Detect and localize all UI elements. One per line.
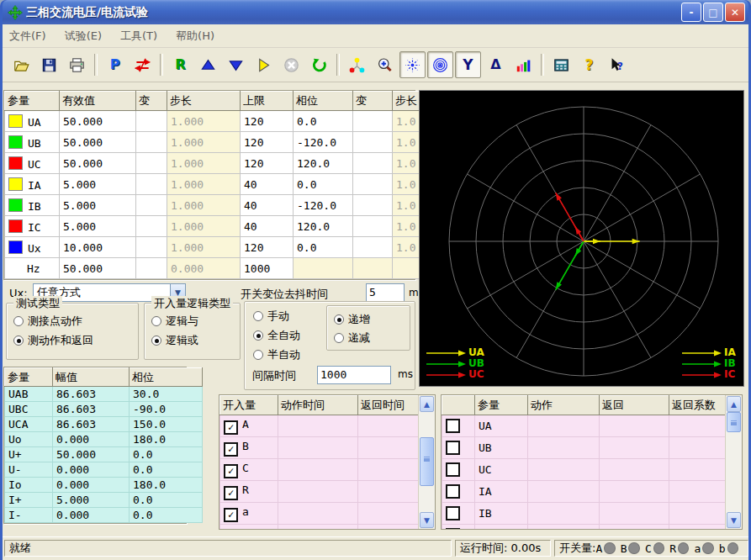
open-button[interactable] xyxy=(8,51,34,78)
switch-table-scrollbar[interactable]: ▲ ▼ xyxy=(418,395,435,529)
zoom-button[interactable] xyxy=(372,51,398,78)
interval-input[interactable]: 1000 xyxy=(317,366,391,384)
var-cell[interactable] xyxy=(353,195,393,216)
step-cell[interactable]: 1.000 xyxy=(167,195,241,216)
rms-cell[interactable]: 5.000 xyxy=(60,174,136,195)
check-label-cell[interactable]: ✓B xyxy=(220,437,278,459)
radio-run-mode-2[interactable]: 半自动 xyxy=(253,347,300,362)
start-button[interactable] xyxy=(251,51,277,78)
scroll-down-icon[interactable]: ▼ xyxy=(727,512,741,528)
var-cell[interactable] xyxy=(136,111,167,132)
radio-logic-type-0[interactable]: 逻辑与 xyxy=(151,314,198,329)
rms-cell[interactable]: 50.000 xyxy=(60,258,136,279)
phase-cell[interactable]: -120.0 xyxy=(294,132,353,153)
rms-cell[interactable]: 50.000 xyxy=(60,111,136,132)
rms-cell[interactable]: 50.000 xyxy=(60,132,136,153)
result-table-scrollbar[interactable]: ▲ ▼ xyxy=(725,395,742,529)
rms-cell[interactable]: 5.000 xyxy=(60,216,136,237)
title-bar[interactable]: 三相交流电压/电流试验 - □ ✕ xyxy=(3,0,748,24)
step-cell[interactable]: 1.000 xyxy=(167,111,241,132)
polar-grid-button[interactable] xyxy=(427,51,453,78)
var-cell[interactable] xyxy=(136,174,167,195)
raise-button[interactable] xyxy=(195,51,221,78)
check-label-cell[interactable]: ✓R xyxy=(220,481,278,503)
context-help-button[interactable]: ? xyxy=(604,51,630,78)
menu-item-2[interactable]: 工具(T) xyxy=(120,29,157,44)
var-cell[interactable] xyxy=(353,237,393,258)
phase-cell[interactable]: 0.0 xyxy=(294,111,353,132)
step-cell[interactable]: 0.000 xyxy=(167,258,241,279)
radio-direction-0[interactable]: 递增 xyxy=(334,312,370,327)
vector-diagram-button[interactable] xyxy=(344,51,370,78)
radio-test-type-1[interactable]: 测动作和返回 xyxy=(13,333,93,348)
step-cell[interactable]: 1.000 xyxy=(167,153,241,174)
check-cell[interactable] xyxy=(442,437,475,459)
check-cell[interactable] xyxy=(442,415,475,437)
var-cell[interactable] xyxy=(136,195,167,216)
var-cell[interactable] xyxy=(353,153,393,174)
step-cell[interactable]: 1.000 xyxy=(167,216,241,237)
radio-run-mode-1[interactable]: 全自动 xyxy=(253,328,300,343)
minimize-button[interactable]: - xyxy=(681,3,701,22)
checkbox-icon[interactable]: ✓ xyxy=(224,442,238,457)
help-button[interactable]: ? xyxy=(576,51,602,78)
save-button[interactable] xyxy=(36,51,62,78)
var-cell[interactable] xyxy=(136,237,167,258)
radio-test-type-0[interactable]: 测接点动作 xyxy=(13,314,82,329)
var-cell[interactable] xyxy=(353,174,393,195)
checkbox-icon[interactable] xyxy=(446,462,460,477)
phase-cell[interactable]: 0.0 xyxy=(294,237,353,258)
step-cell[interactable]: 1.000 xyxy=(167,237,241,258)
check-cell[interactable] xyxy=(442,525,475,531)
rms-cell[interactable]: 5.000 xyxy=(60,195,136,216)
limit-cell[interactable]: 40 xyxy=(241,174,294,195)
stop-button[interactable] xyxy=(278,51,304,78)
print-button[interactable] xyxy=(64,51,90,78)
rms-cell[interactable]: 50.000 xyxy=(60,153,136,174)
checkbox-icon[interactable]: ✓ xyxy=(224,530,238,531)
limit-cell[interactable]: 120 xyxy=(241,132,294,153)
lower-button[interactable] xyxy=(223,51,249,78)
var-cell[interactable] xyxy=(353,216,393,237)
calculator-button[interactable] xyxy=(548,51,574,78)
phase-cell[interactable]: -120.0 xyxy=(294,195,353,216)
scroll-down-icon[interactable]: ▼ xyxy=(420,512,434,528)
scrollbar-thumb[interactable] xyxy=(420,437,434,486)
phase-cell[interactable]: 120.0 xyxy=(294,216,353,237)
bar-graph-button[interactable] xyxy=(510,51,537,78)
limit-cell[interactable]: 1000 xyxy=(241,258,294,279)
var-cell[interactable] xyxy=(353,111,393,132)
check-cell[interactable] xyxy=(442,459,475,481)
undo-button[interactable] xyxy=(306,51,332,78)
menu-item-3[interactable]: 帮助(H) xyxy=(176,29,214,44)
limit-cell[interactable]: 120 xyxy=(241,237,294,258)
rays-display-button[interactable] xyxy=(399,51,426,78)
check-cell[interactable] xyxy=(442,481,475,503)
var-cell[interactable] xyxy=(136,216,167,237)
check-label-cell[interactable]: ✓C xyxy=(220,459,278,481)
rms-cell[interactable]: 10.000 xyxy=(60,237,136,258)
radio-run-mode-0[interactable]: 手动 xyxy=(253,309,289,324)
debounce-input[interactable]: 5 xyxy=(366,283,405,302)
var-cell[interactable] xyxy=(353,132,393,153)
checkbox-icon[interactable] xyxy=(446,441,460,455)
delta-display-button[interactable]: Δ xyxy=(483,51,509,78)
maximize-button[interactable]: □ xyxy=(703,3,723,22)
check-label-cell[interactable]: ✓b xyxy=(220,525,278,531)
limit-cell[interactable]: 40 xyxy=(241,216,294,237)
checkbox-icon[interactable] xyxy=(446,528,460,530)
phase-cell[interactable] xyxy=(294,258,353,279)
checkbox-icon[interactable] xyxy=(446,484,460,499)
radio-logic-type-1[interactable]: 逻辑或 xyxy=(151,333,198,348)
var-cell[interactable] xyxy=(353,258,393,279)
step-cell[interactable]: 1.000 xyxy=(167,174,241,195)
checkbox-icon[interactable]: ✓ xyxy=(224,420,238,435)
var-cell[interactable] xyxy=(136,258,167,279)
var-cell[interactable] xyxy=(136,132,167,153)
scrollbar-thumb[interactable] xyxy=(727,412,741,432)
limit-cell[interactable]: 40 xyxy=(241,195,294,216)
radio-direction-1[interactable]: 递减 xyxy=(334,330,370,346)
phase-cell[interactable]: 120.0 xyxy=(294,153,353,174)
limit-cell[interactable]: 120 xyxy=(241,111,294,132)
limit-cell[interactable]: 120 xyxy=(241,153,294,174)
